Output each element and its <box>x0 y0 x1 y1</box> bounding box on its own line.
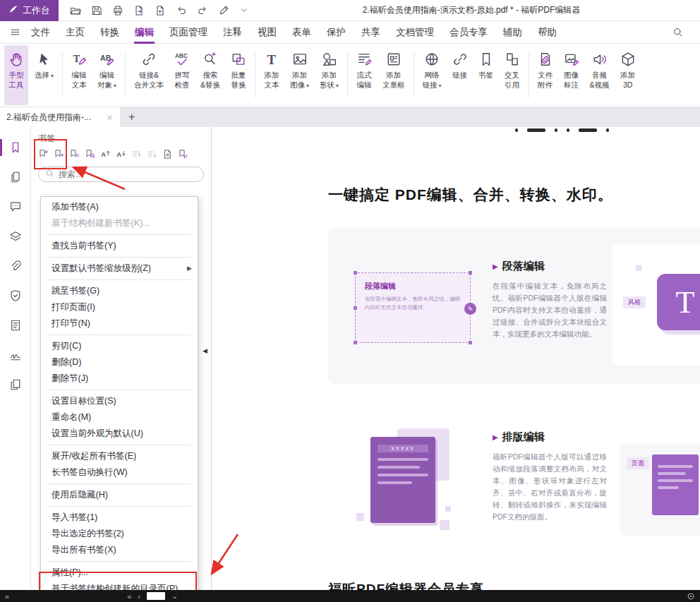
tool-select[interactable]: 选择▾ <box>30 45 58 105</box>
page-number-input[interactable] <box>147 592 165 600</box>
menu-item-2[interactable]: 转换 <box>92 21 127 44</box>
new-toc-page-button[interactable] <box>162 149 173 159</box>
menu-item-8[interactable]: 保护 <box>319 21 354 44</box>
workspace-button[interactable]: 工作台 <box>0 0 59 21</box>
ctx-item-20[interactable]: 长书签自动换行(W) <box>41 464 198 481</box>
menu-item-10[interactable]: 文档管理 <box>388 21 442 44</box>
rail-security-panel[interactable] <box>0 289 30 302</box>
tool-image-annot[interactable]: 图像标注 <box>560 45 584 105</box>
document-area[interactable]: 一键搞定 PDF编辑、合并、转换、水印。 段落编辑 在段落中编辑文本，免除布局之… <box>212 127 700 590</box>
ctx-item-5[interactable]: 设置默认书签缩放级别(Z)▶ <box>41 260 198 277</box>
ctx-item-8[interactable]: 打印页面(I) <box>41 299 198 315</box>
ctx-item-15[interactable]: 设置目标位置(S) <box>41 393 198 409</box>
ctx-item-25[interactable]: 导出选定的书签(2) <box>41 526 198 542</box>
tool-bookmark[interactable]: 书签 <box>474 45 498 105</box>
tool-cross-ref[interactable]: 交叉引用 <box>500 45 524 105</box>
ctx-item-17[interactable]: 设置当前外观为默认(U) <box>41 426 198 442</box>
tool-batch-replace[interactable]: 批量替换 <box>227 45 251 105</box>
menu-item-4[interactable]: 页面管理 <box>162 21 215 44</box>
ctx-item-7[interactable]: 跳至书签(G) <box>41 283 198 299</box>
print-button[interactable] <box>112 5 123 16</box>
delete-bookmark-button[interactable] <box>69 149 80 159</box>
menu-item-12[interactable]: 辅助 <box>495 21 530 44</box>
menu-item-3[interactable]: 编辑 <box>127 21 162 44</box>
rail-layers-panel[interactable] <box>0 230 30 243</box>
menu-item-6[interactable]: 视图 <box>250 21 284 44</box>
decrease-text-size-button[interactable]: A <box>116 149 126 159</box>
hamburger-menu-icon[interactable] <box>10 27 20 37</box>
search-icon[interactable] <box>672 27 683 37</box>
tool-flow-edit[interactable]: 流式编辑 <box>352 45 376 105</box>
tool-label: 链接 <box>452 71 467 80</box>
ctx-item-12[interactable]: 删除(D) <box>41 354 198 371</box>
rail-articles-panel[interactable] <box>0 378 30 391</box>
menu-item-13[interactable]: 帮助 <box>530 21 565 44</box>
tool-label: 批量替换 <box>231 71 246 90</box>
tool-web-link[interactable]: 网络链接▾ <box>418 45 446 105</box>
rail-attachments-panel[interactable] <box>0 260 30 272</box>
tool-search-replace[interactable]: 搜索&替换 <box>196 45 224 105</box>
menu-item-1[interactable]: 主页 <box>58 21 92 44</box>
tool-link-join[interactable]: 链接&合并文本 <box>130 45 168 105</box>
ctx-item-28[interactable]: 属性(P)... <box>41 565 198 581</box>
prev-page-button[interactable]: ‹ <box>138 592 140 601</box>
tool-add-shape[interactable]: 添加形状▾ <box>315 45 343 105</box>
tool-link[interactable]: 链接 <box>448 45 472 105</box>
new-tab-button[interactable]: + <box>128 111 135 124</box>
customize-arrow-button[interactable] <box>239 6 248 15</box>
tool-audio-video[interactable]: 音频&视频 <box>586 45 614 105</box>
rail-pages-panel[interactable] <box>0 171 30 183</box>
ctx-item-24[interactable]: 导入书签(1) <box>41 510 198 526</box>
ink-pen-button[interactable] <box>218 5 229 16</box>
ctx-item-11[interactable]: 剪切(C) <box>41 338 198 354</box>
tool-file-attach[interactable]: 文件附件 <box>533 45 557 105</box>
page-dropdown-button[interactable]: ⌄ <box>171 591 178 601</box>
tool-edit-object[interactable]: AB编辑对象▾ <box>93 45 121 105</box>
close-tab-icon[interactable] <box>106 114 114 121</box>
rail-bookmarks-panel[interactable] <box>0 141 30 154</box>
save-button[interactable] <box>91 5 102 16</box>
menu-separator <box>48 234 191 235</box>
tool-article-box[interactable]: 添加文章框 <box>378 45 409 105</box>
open-folder-button[interactable] <box>70 5 81 16</box>
ctx-item-26[interactable]: 导出所有书签(X) <box>41 542 198 558</box>
loupe-tool-icon[interactable] <box>687 592 695 601</box>
collapse-panel-button[interactable]: « <box>5 592 8 601</box>
ctx-item-22[interactable]: 使用后隐藏(H) <box>41 487 198 503</box>
menu-item-9[interactable]: 共享 <box>354 21 388 44</box>
import-page-button[interactable] <box>155 5 166 16</box>
export-page-button[interactable] <box>133 5 145 16</box>
document-tab[interactable]: 2.福昕会员使用指南-... <box>0 107 120 127</box>
menu-item-5[interactable]: 注释 <box>215 21 250 44</box>
export-page-icon <box>133 5 145 16</box>
menu-item-11[interactable]: 会员专享 <box>442 21 495 44</box>
menu-item-7[interactable]: 表单 <box>284 21 319 44</box>
rail-comments-panel[interactable] <box>0 200 30 213</box>
tool-add-text[interactable]: T添加文本 <box>260 45 284 105</box>
bookmark-properties-button[interactable] <box>178 149 188 159</box>
tool-add-3d[interactable]: 添加3D <box>616 45 640 105</box>
menu-item-0[interactable]: 文件 <box>23 21 58 44</box>
rail-fields-panel[interactable] <box>0 319 30 332</box>
add-child-bookmark-button[interactable] <box>54 149 64 159</box>
first-page-button[interactable]: « <box>127 592 131 601</box>
tool-edit-text[interactable]: T编辑文本 <box>67 45 91 105</box>
tool-spellcheck[interactable]: ABC拼写检查 <box>170 45 194 105</box>
ctx-item-13[interactable]: 删除节(J) <box>41 371 198 387</box>
ctx-item-19[interactable]: 展开/收起所有书签(E) <box>41 448 198 464</box>
undo-button[interactable] <box>176 5 187 16</box>
increase-text-size-button[interactable]: A <box>100 149 111 159</box>
ctx-item-9[interactable]: 打印节(N) <box>41 315 198 332</box>
add-bookmark-button[interactable] <box>38 149 49 159</box>
ctx-item-16[interactable]: 重命名(M) <box>41 409 198 426</box>
tool-hand[interactable]: 手型工具 <box>4 45 28 105</box>
find-current-bookmark-button[interactable] <box>85 149 95 159</box>
bookmark-search-input[interactable] <box>59 169 197 179</box>
ctx-item-3[interactable]: 查找当前书签(Y) <box>41 238 198 254</box>
redo-button[interactable] <box>197 5 208 16</box>
panel-collapse-handle[interactable]: ◀ <box>203 347 207 354</box>
bookmark-search[interactable] <box>38 167 204 182</box>
rail-signatures-panel[interactable] <box>0 349 30 361</box>
tool-add-image[interactable]: 添加图像▾ <box>286 45 313 105</box>
ctx-item-0[interactable]: 添加书签(A) <box>41 199 198 215</box>
